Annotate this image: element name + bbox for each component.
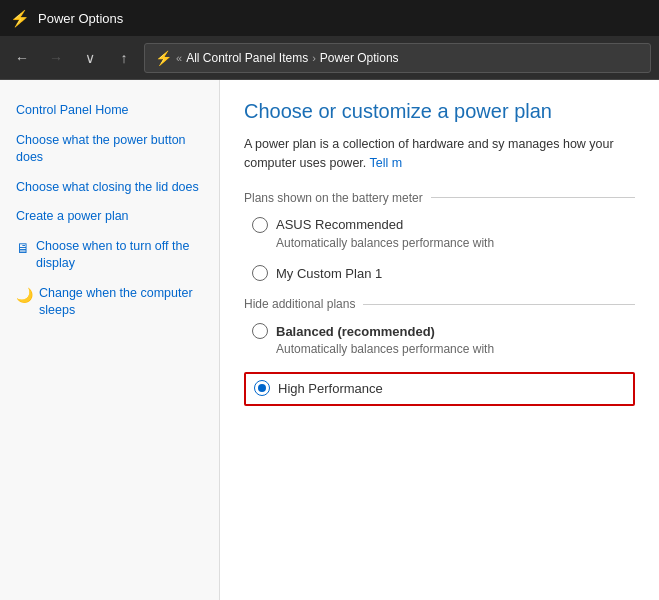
plan-name-high-perf: High Performance [278, 381, 383, 396]
sidebar-label-sleep: Change when the computer sleeps [39, 285, 203, 320]
forward-button[interactable]: → [42, 44, 70, 72]
battery-plans-label: Plans shown on the battery meter [244, 191, 635, 205]
plan-desc-balanced: Automatically balances performance with [252, 341, 635, 358]
path-separator-1: « [176, 52, 182, 64]
radio-high-performance[interactable] [254, 380, 270, 396]
sidebar-label-turn-off-display: Choose when to turn off the display [36, 238, 203, 273]
radio-my-custom[interactable] [252, 265, 268, 281]
sidebar-label-closing-lid: Choose what closing the lid does [16, 179, 203, 197]
radio-asus-recommended[interactable] [252, 217, 268, 233]
additional-plans-label: Hide additional plans [244, 297, 635, 311]
sidebar: Control Panel Home Choose what the power… [0, 80, 220, 600]
plan-my-custom: My Custom Plan 1 [244, 265, 635, 283]
back-button[interactable]: ← [8, 44, 36, 72]
plan-desc-asus: Automatically balances performance with [252, 235, 635, 252]
display-icon: 🖥 [16, 239, 30, 259]
moon-icon: 🌙 [16, 286, 33, 306]
radio-balanced[interactable] [252, 323, 268, 339]
sidebar-item-closing-lid[interactable]: Choose what closing the lid does [0, 173, 219, 203]
plan-radio-row-custom[interactable]: My Custom Plan 1 [252, 265, 635, 281]
sidebar-item-create-plan[interactable]: Create a power plan [0, 202, 219, 232]
path-arrow: › [312, 52, 316, 64]
main-container: Control Panel Home Choose what the power… [0, 80, 659, 600]
plan-high-performance: High Performance [244, 372, 635, 406]
title-bar-icon: ⚡ [10, 9, 30, 28]
path-item-1[interactable]: All Control Panel Items [186, 51, 308, 65]
title-bar-title: Power Options [38, 11, 123, 26]
sidebar-label-power-button: Choose what the power button does [16, 132, 203, 167]
sidebar-label-control-panel-home: Control Panel Home [16, 102, 203, 120]
plan-radio-row-balanced[interactable]: Balanced (recommended) [252, 323, 635, 339]
up-button[interactable]: ↑ [110, 44, 138, 72]
sidebar-item-power-button[interactable]: Choose what the power button does [0, 126, 219, 173]
path-item-2: Power Options [320, 51, 399, 65]
content-title: Choose or customize a power plan [244, 100, 635, 123]
sidebar-item-turn-off-display[interactable]: 🖥 Choose when to turn off the display [0, 232, 219, 279]
address-bar: ← → ∨ ↑ ⚡ « All Control Panel Items › Po… [0, 36, 659, 80]
plan-radio-row-high-perf[interactable]: High Performance [254, 380, 625, 396]
content-description: A power plan is a collection of hardware… [244, 135, 635, 173]
tell-me-more-link[interactable]: Tell m [370, 156, 403, 170]
plan-name-asus: ASUS Recommended [276, 217, 403, 232]
address-path: ⚡ « All Control Panel Items › Power Opti… [144, 43, 651, 73]
content-area: Choose or customize a power plan A power… [220, 80, 659, 600]
plan-asus-recommended: ASUS Recommended Automatically balances … [244, 217, 635, 252]
plan-name-custom: My Custom Plan 1 [276, 266, 382, 281]
sidebar-item-sleep[interactable]: 🌙 Change when the computer sleeps [0, 279, 219, 326]
sidebar-item-control-panel-home[interactable]: Control Panel Home [0, 96, 219, 126]
plan-balanced: Balanced (recommended) Automatically bal… [244, 323, 635, 358]
description-text: A power plan is a collection of hardware… [244, 137, 614, 170]
dropdown-button[interactable]: ∨ [76, 44, 104, 72]
plan-radio-row-asus[interactable]: ASUS Recommended [252, 217, 635, 233]
sidebar-label-create-plan: Create a power plan [16, 208, 203, 226]
plan-name-balanced: Balanced (recommended) [276, 324, 435, 339]
title-bar: ⚡ Power Options [0, 0, 659, 36]
